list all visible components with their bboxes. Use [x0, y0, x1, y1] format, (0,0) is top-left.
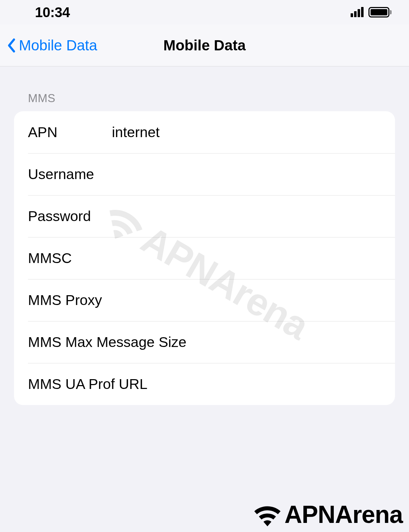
status-indicators	[351, 7, 392, 17]
input-password[interactable]	[112, 208, 381, 225]
status-bar: 10:34	[0, 0, 409, 24]
label-username: Username	[28, 166, 112, 183]
wifi-icon	[252, 502, 283, 527]
label-mmsc: MMSC	[28, 250, 112, 267]
navigation-bar: Mobile Data Mobile Data	[0, 24, 409, 66]
label-apn: APN	[28, 124, 112, 141]
cellular-signal-icon	[351, 7, 364, 17]
label-mms-ua: MMS UA Prof URL	[28, 376, 148, 392]
row-mmsc[interactable]: MMSC	[14, 237, 395, 279]
row-mms-max[interactable]: MMS Max Message Size	[14, 321, 395, 363]
brand-footer: APNArena	[252, 501, 403, 529]
section-header-mms: MMS	[0, 92, 409, 111]
label-mms-max: MMS Max Message Size	[28, 334, 186, 350]
input-username[interactable]	[112, 166, 381, 183]
row-apn[interactable]: APN	[14, 111, 395, 153]
content-area: MMS APN Username Password MMSC MMS Proxy…	[0, 66, 409, 405]
brand-text: APNArena	[285, 501, 403, 529]
input-mms-max[interactable]	[186, 334, 381, 350]
status-time: 10:34	[35, 5, 70, 20]
input-mmsc[interactable]	[112, 250, 381, 267]
settings-group-mms: APN Username Password MMSC MMS Proxy MMS…	[14, 111, 395, 405]
page-title: Mobile Data	[163, 37, 246, 54]
input-mms-ua[interactable]	[148, 376, 381, 392]
input-apn[interactable]	[112, 124, 381, 141]
back-label: Mobile Data	[19, 37, 97, 54]
row-mms-proxy[interactable]: MMS Proxy	[14, 279, 395, 321]
label-mms-proxy: MMS Proxy	[28, 292, 102, 308]
chevron-back-icon	[7, 38, 15, 53]
battery-icon	[368, 7, 392, 17]
row-mms-ua[interactable]: MMS UA Prof URL	[14, 363, 395, 405]
label-password: Password	[28, 208, 112, 225]
row-password[interactable]: Password	[14, 195, 395, 237]
row-username[interactable]: Username	[14, 153, 395, 195]
back-button[interactable]: Mobile Data	[7, 37, 97, 54]
input-mms-proxy[interactable]	[102, 292, 381, 308]
